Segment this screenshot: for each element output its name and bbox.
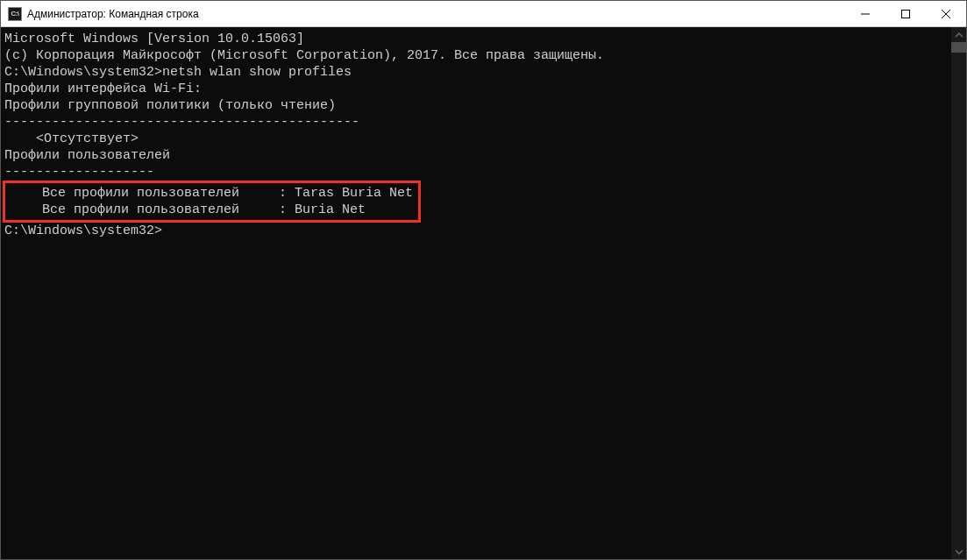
output-line: ------------------- bbox=[4, 164, 951, 181]
prompt-line: C:\Windows\system32> bbox=[4, 223, 951, 239]
output-line: <Отсутствует> bbox=[4, 131, 951, 147]
titlebar: C:\ Администратор: Командная строка bbox=[1, 1, 966, 27]
vertical-scrollbar[interactable] bbox=[951, 27, 966, 559]
maximize-button[interactable] bbox=[885, 1, 926, 26]
highlight-box: Все профили пользователей : Taras Buria … bbox=[3, 181, 421, 223]
window-title: Администратор: Командная строка bbox=[27, 8, 845, 20]
terminal-area: Microsoft Windows [Version 10.0.15063](c… bbox=[1, 27, 966, 559]
minimize-icon bbox=[861, 10, 870, 18]
chevron-up-icon bbox=[956, 32, 963, 39]
svg-rect-1 bbox=[902, 10, 910, 18]
window-controls bbox=[845, 1, 966, 26]
output-line: Microsoft Windows [Version 10.0.15063] bbox=[4, 31, 951, 47]
profile-line: Все профили пользователей : Taras Buria … bbox=[11, 185, 413, 202]
terminal-output[interactable]: Microsoft Windows [Version 10.0.15063](c… bbox=[1, 27, 951, 559]
output-line: (c) Корпорация Майкрософт (Microsoft Cor… bbox=[4, 47, 951, 64]
close-button[interactable] bbox=[926, 1, 966, 26]
output-line: Профили пользователей bbox=[4, 147, 951, 164]
output-line: ----------------------------------------… bbox=[4, 114, 951, 131]
scroll-up-button[interactable] bbox=[951, 27, 966, 42]
scroll-down-button[interactable] bbox=[951, 544, 966, 559]
output-line: Профили интерфейса Wi-Fi: bbox=[4, 81, 951, 97]
maximize-icon bbox=[901, 10, 910, 18]
cmd-icon: C:\ bbox=[8, 7, 22, 21]
chevron-down-icon bbox=[956, 549, 963, 556]
close-icon bbox=[942, 10, 950, 18]
minimize-button[interactable] bbox=[845, 1, 885, 26]
prompt-line: C:\Windows\system32>netsh wlan show prof… bbox=[4, 64, 951, 81]
output-line: Профили групповой политики (только чтени… bbox=[4, 97, 951, 114]
scroll-thumb[interactable] bbox=[951, 42, 966, 53]
profile-line: Все профили пользователей : Buria Net bbox=[11, 202, 413, 218]
